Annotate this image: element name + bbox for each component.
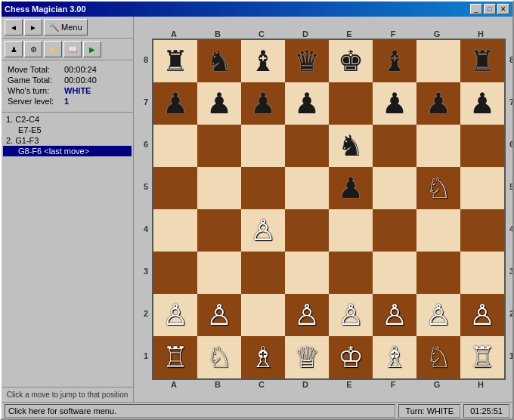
cell-F1[interactable]: ♗ (373, 336, 416, 378)
cell-D5[interactable] (285, 167, 329, 209)
cell-C8[interactable]: ♝ (241, 40, 285, 82)
cell-D8[interactable]: ♛ (285, 40, 329, 82)
cell-H5[interactable] (460, 167, 504, 209)
board-area: A B C D E F G H 8 7 6 5 (134, 17, 512, 402)
book-icon: 📖 (68, 45, 77, 54)
chess-board[interactable]: ♜♞♝♛♚♝♜♟♟♟♟♟♟♟♞♟♘♙♙♙♙♙♙♙♙♖♘♗♕♔♗♘♖ (152, 39, 506, 380)
maximize-button[interactable]: □ (484, 4, 496, 14)
rank-1-right: 1 (506, 335, 512, 377)
cell-A7[interactable]: ♟ (153, 82, 197, 125)
cell-A5[interactable] (153, 167, 197, 209)
cell-B6[interactable] (197, 125, 241, 167)
cell-C3[interactable] (241, 252, 285, 294)
cell-G4[interactable] (416, 209, 460, 252)
cell-H6[interactable] (460, 125, 504, 167)
piece-wP-A2: ♙ (163, 301, 188, 329)
file-labels-bottom: A B C D E F G H (152, 380, 512, 389)
cell-E4[interactable] (329, 209, 373, 252)
cell-F5[interactable] (373, 167, 416, 209)
menu-label: Menu (61, 23, 82, 32)
rank-7-right: 7 (506, 81, 512, 123)
tool-btn-4[interactable]: 📖 (63, 41, 82, 57)
move-1-white[interactable]: 1. C2-C4 (3, 114, 132, 125)
cell-D6[interactable] (285, 125, 329, 167)
cell-G6[interactable] (416, 125, 460, 167)
move-2-black[interactable]: G8-F6 <last move> (3, 146, 132, 156)
cell-C1[interactable]: ♗ (241, 336, 285, 378)
cell-D4[interactable] (285, 209, 329, 252)
cell-D1[interactable]: ♕ (285, 336, 329, 378)
cell-A1[interactable]: ♖ (153, 336, 197, 378)
cell-H7[interactable]: ♟ (460, 82, 504, 125)
tool-btn-5[interactable]: ▶ (83, 41, 101, 57)
cell-F8[interactable]: ♝ (373, 40, 416, 82)
move-1-black[interactable]: E7-E5 (3, 125, 132, 135)
lightning-icon: ⚡ (48, 45, 57, 54)
cell-E1[interactable]: ♔ (329, 336, 373, 378)
cell-G5[interactable]: ♘ (416, 167, 460, 209)
cell-E3[interactable] (329, 252, 373, 294)
piece-bP-G7: ♟ (426, 89, 451, 118)
forward-button[interactable]: ► (24, 19, 42, 36)
tool-btn-1[interactable]: ♟ (5, 41, 23, 57)
cell-C2[interactable] (241, 294, 285, 336)
cell-F7[interactable]: ♟ (373, 82, 416, 125)
cell-H8[interactable]: ♜ (460, 40, 504, 82)
cell-C4[interactable]: ♙ (241, 209, 285, 252)
file-d-bottom: D (283, 380, 327, 389)
cell-E6[interactable]: ♞ (329, 125, 373, 167)
cell-B5[interactable] (197, 167, 241, 209)
cell-G8[interactable] (416, 40, 460, 82)
tool-btn-2[interactable]: ⚙ (24, 41, 42, 57)
file-g-bottom: G (415, 380, 459, 389)
cell-H1[interactable]: ♖ (460, 336, 504, 378)
cell-G1[interactable]: ♘ (416, 336, 460, 378)
cell-A2[interactable]: ♙ (153, 294, 197, 336)
cell-B3[interactable] (197, 252, 241, 294)
cell-E5[interactable]: ♟ (329, 167, 373, 209)
cell-E7[interactable] (329, 82, 373, 125)
cell-B7[interactable]: ♟ (197, 82, 241, 125)
cell-E8[interactable]: ♚ (329, 40, 373, 82)
menu-button[interactable]: 🔨 Menu (44, 19, 88, 36)
minimize-button[interactable]: _ (470, 4, 482, 14)
turn-label: Who's turn: (8, 86, 64, 95)
cell-H4[interactable] (460, 209, 504, 252)
cell-B8[interactable]: ♞ (197, 40, 241, 82)
cell-F6[interactable] (373, 125, 416, 167)
rank-8: 8 (140, 39, 152, 81)
cell-D3[interactable] (285, 252, 329, 294)
cell-H2[interactable]: ♙ (460, 294, 504, 336)
game-total-row: Game Total: 00:00:40 (8, 76, 127, 85)
cell-C5[interactable] (241, 167, 285, 209)
cell-H3[interactable] (460, 252, 504, 294)
cell-G3[interactable] (416, 252, 460, 294)
cell-E2[interactable]: ♙ (329, 294, 373, 336)
cell-D7[interactable]: ♟ (285, 82, 329, 125)
cell-F4[interactable] (373, 209, 416, 252)
tool-btn-3[interactable]: ⚡ (44, 41, 62, 57)
cell-G2[interactable]: ♙ (416, 294, 460, 336)
file-e-bottom: E (327, 380, 371, 389)
file-e-top: E (327, 29, 371, 39)
piece-wP-B2: ♙ (206, 301, 232, 329)
piece-wP-E2: ♙ (338, 301, 364, 329)
cell-A3[interactable] (153, 252, 197, 294)
cell-B2[interactable]: ♙ (197, 294, 241, 336)
cell-F2[interactable]: ♙ (373, 294, 416, 336)
cell-C7[interactable]: ♟ (241, 82, 285, 125)
cell-G7[interactable]: ♟ (416, 82, 460, 125)
status-left[interactable]: Click here for software menu. (5, 404, 395, 418)
cell-C6[interactable] (241, 125, 285, 167)
close-button[interactable]: ✕ (497, 4, 509, 14)
cell-D2[interactable]: ♙ (285, 294, 329, 336)
status-left-text: Click here for software menu. (8, 406, 116, 415)
cell-A8[interactable]: ♜ (153, 40, 197, 82)
move-2-white[interactable]: 2. G1-F3 (3, 135, 132, 146)
cell-B1[interactable]: ♘ (197, 336, 241, 378)
cell-A6[interactable] (153, 125, 197, 167)
cell-B4[interactable] (197, 209, 241, 252)
cell-A4[interactable] (153, 209, 197, 252)
cell-F3[interactable] (373, 252, 416, 294)
back-button[interactable]: ◄ (5, 19, 23, 36)
